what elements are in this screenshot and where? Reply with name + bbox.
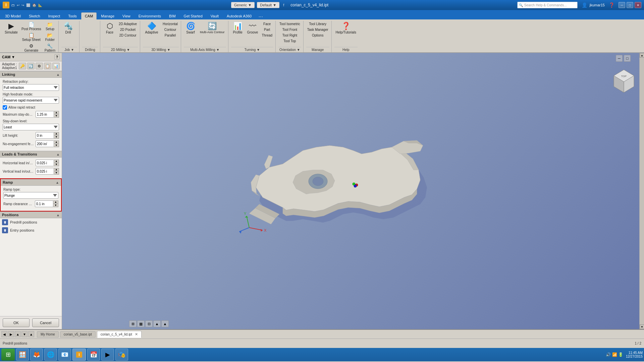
leads-section-header[interactable]: Leads & Transitions ▲ bbox=[0, 151, 62, 158]
tab-inspect[interactable]: Inspect bbox=[45, 12, 64, 19]
tab-environments[interactable]: Environments bbox=[135, 12, 165, 19]
panel-icon-2[interactable]: ⚙ bbox=[36, 63, 43, 69]
options-button[interactable]: Options bbox=[306, 33, 329, 38]
tool-top-button[interactable]: Tool Top bbox=[278, 39, 301, 44]
ramp-clearance-up[interactable]: ▲ bbox=[53, 201, 58, 204]
swarf-button[interactable]: 🌀 Swarf bbox=[184, 21, 197, 35]
folder-button[interactable]: 📂 Folder bbox=[44, 32, 56, 42]
lift-height-up[interactable]: ▲ bbox=[54, 132, 59, 135]
taskbar-app-vlc[interactable]: ▶ bbox=[101, 349, 114, 361]
tool-library-button[interactable]: Tool Library bbox=[306, 21, 329, 26]
retraction-policy-select[interactable]: Full retraction Minimum retraction No re… bbox=[3, 84, 59, 91]
task-manager-button[interactable]: Task Manager bbox=[306, 27, 329, 32]
tool-right-button[interactable]: Tool Right bbox=[278, 33, 301, 38]
no-engagement-input[interactable] bbox=[36, 140, 54, 147]
tab-corian-lid-close[interactable]: ✕ bbox=[135, 332, 138, 336]
start-button[interactable]: ⊞ bbox=[1, 349, 15, 361]
tab-nav-up[interactable]: ▲ bbox=[15, 331, 21, 337]
tab-nav-prev[interactable]: ◀ bbox=[1, 331, 7, 337]
no-engagement-up[interactable]: ▲ bbox=[54, 141, 59, 144]
v-lead-down[interactable]: ▼ bbox=[54, 171, 59, 174]
predrill-positions-item[interactable]: Predrill positions bbox=[0, 218, 62, 226]
tab-nav-next[interactable]: ▶ bbox=[8, 331, 14, 337]
panel-help[interactable]: ? bbox=[54, 54, 60, 60]
lift-height-input[interactable] bbox=[36, 132, 54, 139]
contour-button[interactable]: Contour bbox=[162, 27, 179, 32]
tab-manage[interactable]: Manage bbox=[97, 12, 118, 19]
taskbar-app-other[interactable]: 🎭 bbox=[115, 349, 128, 361]
no-engagement-down[interactable]: ▼ bbox=[54, 144, 59, 147]
tab-3d-model[interactable]: 3D Model bbox=[1, 12, 24, 19]
post-process-button[interactable]: 📄 Post Process bbox=[20, 21, 42, 32]
cancel-button[interactable]: Cancel bbox=[32, 318, 59, 327]
lift-height-down[interactable]: ▼ bbox=[54, 135, 59, 138]
vp-maximize-btn[interactable]: □ bbox=[624, 55, 631, 62]
panel-icon-4[interactable]: 📊 bbox=[52, 63, 60, 69]
panel-icon-3[interactable]: 📋 bbox=[44, 63, 51, 69]
panel-icon-1[interactable]: 🔄 bbox=[27, 63, 35, 69]
tab-nav-top[interactable]: ▲ bbox=[28, 331, 34, 337]
thread-button[interactable]: Thread bbox=[261, 33, 273, 38]
setup-sheet-button[interactable]: 📋 Setup Sheet bbox=[20, 32, 42, 42]
ramp-section-header[interactable]: Ramp ▲ bbox=[1, 179, 61, 186]
tab-cam[interactable]: CAM bbox=[81, 12, 97, 19]
stay-down-level-select[interactable]: Least Low Medium High bbox=[3, 124, 59, 130]
minimize-btn[interactable]: ─ bbox=[619, 2, 625, 8]
entry-positions-item[interactable]: Entry positions bbox=[0, 226, 62, 234]
high-feedrate-select[interactable]: Preserve rapid movement Allow reduced fe… bbox=[3, 97, 59, 104]
view-btn-2[interactable]: ▦ bbox=[137, 320, 145, 327]
face-button[interactable]: ⬡ Face bbox=[103, 21, 116, 35]
multi-axis-contour-button[interactable]: 🔄 Multi-Axis Contour bbox=[199, 21, 226, 35]
tab-corian-lid[interactable]: corian_c_5_v4_lid.ipt ✕ bbox=[97, 331, 142, 338]
view-btn-3[interactable]: ⊟ bbox=[145, 320, 153, 327]
vp-minimize-btn[interactable]: ─ bbox=[616, 55, 623, 62]
close-btn[interactable]: ✕ bbox=[635, 2, 641, 8]
vscroll-down[interactable]: ▼ bbox=[640, 324, 644, 329]
tool-front-button[interactable]: Tool Front bbox=[278, 27, 301, 32]
dropdown-default[interactable]: Default ▼ bbox=[257, 2, 279, 8]
taskbar-app-windows[interactable]: 🪟 bbox=[16, 349, 29, 361]
tab-vault[interactable]: Vault bbox=[207, 12, 222, 19]
taskbar-app-inventor[interactable]: I bbox=[72, 349, 86, 361]
panel-icon-0[interactable]: 🔑 bbox=[19, 63, 26, 69]
tab-tools[interactable]: Tools bbox=[64, 12, 80, 19]
tab-get-started[interactable]: Get Started bbox=[180, 12, 206, 19]
viewport[interactable]: TOP ─ □ bbox=[62, 53, 644, 329]
taskbar-app-firefox[interactable]: 🦊 bbox=[30, 349, 43, 361]
dropdown-generic[interactable]: Generic ▼ bbox=[231, 2, 255, 8]
tab-nav-down[interactable]: ▼ bbox=[21, 331, 28, 337]
taskbar-app-calendar[interactable]: 📅 bbox=[87, 349, 100, 361]
allow-rapid-checkbox[interactable] bbox=[3, 105, 7, 110]
v-lead-input[interactable] bbox=[36, 168, 54, 175]
parallel-button[interactable]: Parallel bbox=[162, 33, 179, 38]
view-cube[interactable]: TOP bbox=[610, 66, 637, 93]
linking-section-header[interactable]: Linking ▲ bbox=[0, 71, 62, 78]
ramp-clearance-down[interactable]: ▼ bbox=[53, 204, 58, 207]
h-lead-up[interactable]: ▲ bbox=[54, 160, 59, 163]
tab-autodesk-a360[interactable]: Autodesk A360 bbox=[223, 12, 255, 19]
face-turning-button[interactable]: Face bbox=[261, 21, 273, 26]
positions-section-header[interactable]: Positions ▲ bbox=[0, 212, 62, 218]
pattern-button[interactable]: 🔧 Pattern bbox=[44, 43, 56, 53]
tab-more[interactable]: … bbox=[256, 11, 265, 19]
tab-view[interactable]: View bbox=[119, 12, 134, 19]
vscroll-up[interactable]: ▲ bbox=[640, 53, 644, 58]
v-lead-up[interactable]: ▲ bbox=[54, 168, 59, 171]
help-tutorials-button[interactable]: ❓ Help/Tutorials bbox=[334, 21, 358, 35]
taskbar-app-outlook[interactable]: 📧 bbox=[58, 349, 71, 361]
taskbar-app-chrome[interactable]: 🌐 bbox=[44, 349, 57, 361]
max-stay-down-up[interactable]: ▲ bbox=[54, 111, 59, 114]
tab-sketch[interactable]: Sketch bbox=[25, 12, 44, 19]
h-lead-down[interactable]: ▼ bbox=[54, 163, 59, 166]
tab-corian-base[interactable]: corian_v5_base.ipt bbox=[60, 331, 96, 338]
panel-title[interactable]: CAM ▼ bbox=[2, 55, 15, 59]
maximize-btn[interactable]: □ bbox=[627, 2, 633, 8]
tab-my-home[interactable]: My Home bbox=[37, 331, 59, 338]
ramp-clearance-input[interactable] bbox=[35, 200, 53, 207]
profile-button[interactable]: 📊 Profile bbox=[231, 21, 245, 35]
tab-bim[interactable]: BIM bbox=[165, 12, 179, 19]
help-btn[interactable]: ❓ bbox=[609, 2, 614, 8]
part-button[interactable]: Part bbox=[261, 27, 273, 32]
drill-button[interactable]: 🔩 Drill bbox=[61, 21, 75, 35]
ok-button[interactable]: OK bbox=[3, 318, 30, 327]
